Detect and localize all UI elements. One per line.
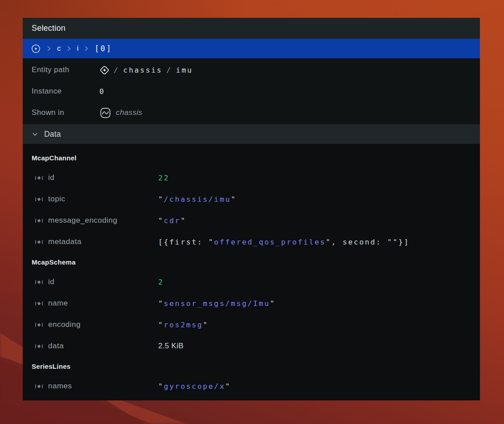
- entity-overview: Entity path / chassis / imu Instance 0: [23, 58, 480, 124]
- component-icon: [35, 239, 43, 245]
- breadcrumb-item-instance[interactable]: [0]: [94, 44, 112, 53]
- chevron-right-icon: [84, 45, 89, 52]
- chevron-right-icon: [47, 45, 51, 52]
- component-icon: [35, 175, 43, 181]
- archetype-title-mcapschema: McapSchema: [32, 253, 471, 271]
- component-icon: [35, 322, 43, 328]
- path-separator: /: [114, 66, 119, 74]
- component-label: topic: [48, 195, 65, 204]
- component-value-composite: [{first: "offered_qos_profiles", second:…: [158, 238, 471, 246]
- instance-row: Instance 0: [32, 81, 471, 102]
- component-row-metadata: metadata [{first: "offered_qos_profiles"…: [32, 231, 471, 253]
- component-label: message_encoding: [48, 216, 117, 225]
- component-label: data: [48, 342, 64, 351]
- data-section-header[interactable]: Data: [23, 124, 480, 144]
- component-row-name: name "sensor_msgs/msg/Imu": [32, 293, 471, 314]
- archetype-title-serieslines: SeriesLines: [32, 357, 471, 375]
- shown-in-view-link[interactable]: chassis: [99, 107, 143, 119]
- breadcrumb: c i [0]: [23, 39, 480, 58]
- timeseries-view-icon: [99, 107, 111, 119]
- panel-title: Selection: [32, 24, 66, 33]
- component-icon: [35, 383, 43, 390]
- entity-path-value: / chassis / imu: [99, 65, 471, 75]
- component-icon: [35, 217, 43, 224]
- component-value-number: 22: [158, 174, 471, 182]
- component-icon: [35, 300, 43, 307]
- entity-diamond-icon: [99, 65, 110, 75]
- component-value-string: "ros2msg": [158, 321, 471, 329]
- selection-panel-header: Selection: [23, 18, 480, 39]
- selection-panel: Selection c i [0] Entity path: [23, 18, 480, 400]
- component-icon: [35, 343, 43, 350]
- component-label: name: [48, 299, 68, 308]
- component-label: id: [48, 173, 54, 182]
- component-value-string: "cdr": [158, 216, 471, 225]
- component-row-topic: topic "/chassis/imu": [32, 188, 471, 210]
- data-section-title: Data: [44, 130, 61, 139]
- component-value-string: "sensor_msgs/msg/Imu": [158, 299, 471, 308]
- component-row-id: id 2: [32, 271, 471, 293]
- component-icon: [35, 279, 43, 285]
- component-row-message-encoding: message_encoding "cdr": [32, 210, 471, 231]
- component-row-encoding: encoding "ros2msg": [32, 314, 471, 335]
- component-value-string: "gyroscope/x": [158, 382, 471, 391]
- component-icon: [35, 196, 43, 203]
- component-label: id: [48, 277, 54, 286]
- component-label: encoding: [48, 320, 81, 329]
- path-separator: /: [166, 66, 172, 74]
- instance-value: 0: [99, 87, 105, 96]
- shown-in-row: Shown in chassis: [32, 102, 471, 123]
- entity-path-label: Entity path: [32, 65, 99, 74]
- component-value-number: 2: [158, 278, 471, 286]
- entity-path-row: Entity path / chassis / imu: [32, 59, 471, 81]
- archetype-title-mcapchannel: McapChannel: [32, 148, 471, 167]
- component-value-string: "/chassis/imu": [158, 195, 471, 204]
- instance-label: Instance: [32, 87, 99, 96]
- component-row-data: data 2.5 KiB: [32, 335, 471, 357]
- chevron-down-icon: [32, 131, 38, 138]
- shown-in-view-name: chassis: [116, 108, 143, 117]
- component-row-names: names "gyroscope/x": [32, 375, 471, 397]
- chevron-right-icon: [67, 45, 71, 52]
- component-label: names: [48, 382, 72, 391]
- path-segment[interactable]: chassis: [123, 66, 163, 74]
- data-section-body: McapChannel id 22 topic "/chassis/imu": [23, 144, 480, 400]
- component-value-size: 2.5 KiB: [158, 342, 471, 351]
- recording-target-icon[interactable]: [31, 44, 41, 54]
- breadcrumb-item-entity[interactable]: c: [57, 44, 61, 53]
- breadcrumb-item-entity[interactable]: i: [77, 44, 79, 53]
- component-row-id: id 22: [32, 167, 471, 188]
- path-segment[interactable]: imu: [176, 66, 193, 74]
- shown-in-label: Shown in: [32, 108, 99, 117]
- component-label: metadata: [48, 237, 82, 246]
